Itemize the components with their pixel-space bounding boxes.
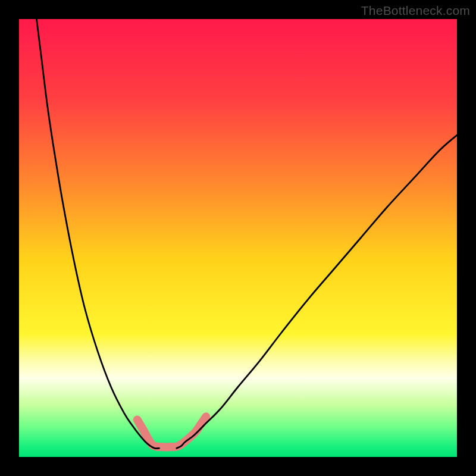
gradient-background: [19, 19, 457, 457]
chart-frame: TheBottleneck.com: [0, 0, 476, 476]
watermark-text: TheBottleneck.com: [361, 4, 470, 18]
chart-svg: [19, 19, 457, 457]
plot-area: [19, 19, 457, 457]
